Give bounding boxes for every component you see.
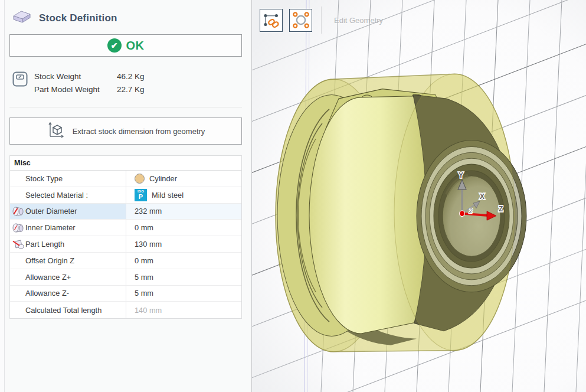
- stock-weight-value: 46.2 Kg: [117, 72, 145, 81]
- page-title: Stock Definition: [39, 12, 117, 24]
- edit-geometry-label: Edit Geometry: [334, 16, 383, 25]
- x-axis-label: X: [480, 192, 485, 201]
- misc-section-header: Misc: [10, 156, 241, 171]
- stock-weight-row: Stock Weight 46.2 Kg: [34, 72, 145, 81]
- part-length-icon: [12, 239, 24, 250]
- table-row-selected-material[interactable]: Selected Material : ISO P Mild steel: [10, 187, 241, 204]
- extract-stock-dimension-button[interactable]: Extract stock dimension from geometry: [9, 117, 242, 145]
- section-divider: [9, 107, 242, 107]
- table-row-calculated-total-length[interactable]: Calculated Total length 140 mm: [10, 302, 241, 318]
- table-row-offset-origin-z[interactable]: Offset Origin Z 0 mm: [10, 253, 241, 269]
- stock-weight-label: Stock Weight: [34, 72, 117, 81]
- table-row-allowance-z-plus[interactable]: Allowance Z+ 5 mm: [10, 269, 241, 286]
- panel-left-rail: [0, 0, 5, 392]
- cylinder-color-swatch-icon: [135, 174, 145, 184]
- table-row-part-length[interactable]: Part Length 130 mm: [10, 236, 241, 253]
- geometry-toolbar: Edit Geometry: [260, 6, 383, 34]
- points-on-circle-icon: [292, 11, 310, 30]
- table-row-stock-type[interactable]: Stock Type Cylinder: [10, 171, 241, 187]
- ok-button[interactable]: OK: [9, 34, 242, 57]
- weight-scale-icon: [12, 71, 28, 94]
- points-on-circle-button[interactable]: [289, 9, 312, 32]
- 3d-scene[interactable]: 2 Y X Z: [252, 0, 586, 392]
- extract-button-label: Extract stock dimension from geometry: [73, 127, 205, 136]
- stock-definition-window: Stock Definition OK Stock Weight: [0, 0, 586, 392]
- y-axis-label: Y: [459, 171, 464, 180]
- weights-info: Stock Weight 46.2 Kg Part Model Weight 2…: [12, 71, 242, 94]
- toolbar-separator: [321, 6, 322, 34]
- stock-right-cap: [394, 74, 515, 350]
- table-row-outer-diameter[interactable]: Outer Diameter 232 mm: [10, 204, 241, 220]
- 3d-viewport[interactable]: 2 Y X Z: [252, 0, 586, 392]
- panel-header: Stock Definition: [12, 9, 242, 27]
- inner-diameter-icon: [12, 223, 24, 233]
- stock-definition-panel: Stock Definition OK Stock Weight: [5, 0, 251, 392]
- link-geometry-button[interactable]: [260, 9, 283, 32]
- z-axis-label: Z: [499, 205, 503, 214]
- stock-properties-table: Misc Stock Type Cylinder Selected Materi…: [9, 155, 242, 319]
- origin-position-marker: 2: [469, 207, 473, 214]
- table-row-allowance-z-minus[interactable]: Allowance Z- 5 mm: [10, 286, 241, 302]
- outer-diameter-icon: [12, 206, 24, 217]
- part-weight-label: Part Model Weight: [34, 85, 117, 94]
- link-geometry-icon: [262, 11, 281, 30]
- part-weight-value: 22.7 Kg: [117, 85, 145, 94]
- part-weight-row: Part Model Weight 22.7 Kg: [34, 85, 145, 94]
- table-row-inner-diameter[interactable]: Inner Diameter 0 mm: [10, 220, 241, 236]
- ok-button-label: OK: [126, 39, 145, 53]
- ok-check-icon: [107, 38, 122, 53]
- cube-axes-icon: [47, 120, 66, 142]
- stock-slab-icon: [12, 9, 32, 27]
- iso-p-material-icon: ISO P: [135, 189, 147, 201]
